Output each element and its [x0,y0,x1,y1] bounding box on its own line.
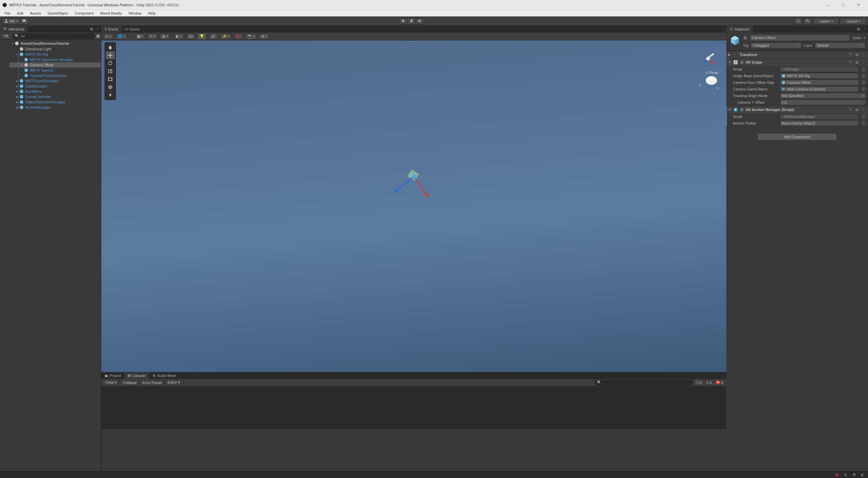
account-dropdown[interactable]: MK [2,18,20,25]
xr-origin-enabled[interactable] [740,60,744,65]
status-bug-icon[interactable]: 🐞 [834,472,840,478]
scene-viewport[interactable]: z x ≡ Persp [101,40,726,372]
component-context-icon[interactable]: ⋮ [861,107,866,112]
scene-visibility-toggle[interactable]: 🚫 [234,33,243,40]
object-picker-icon[interactable] [861,67,866,71]
object-picker-icon[interactable] [861,80,866,85]
chevron-right-icon[interactable]: › [98,53,99,56]
hierarchy-item[interactable]: ▶Camera Offset› [9,62,101,67]
center-context-icon[interactable]: ⋮ [720,27,725,31]
hierarchy-context-icon[interactable]: ⋮ [95,27,100,31]
tab-game[interactable]: ▭ Game [122,26,143,32]
hierarchy-item[interactable]: ▶RootMenu› [9,89,101,94]
component-context-icon[interactable]: ⋮ [861,52,866,57]
error-count[interactable]: ⛔0 [714,380,725,385]
tab-inspector[interactable]: ⓘ Inspector [726,26,753,32]
undo-history-button[interactable] [794,18,803,25]
static-dropdown[interactable]: ▾ [863,36,865,40]
chevron-right-icon[interactable]: › [98,63,99,67]
hierarchy-item[interactable]: Directional Light [9,47,101,52]
hierarchy-item[interactable]: MRTK Speech [9,67,101,73]
gameobject-name-field[interactable] [749,34,850,41]
xr-origin-header[interactable]: ▼ # XR Origin ? ⇄ ⋮ [726,59,868,66]
ruler-button[interactable]: ▥ [160,33,170,40]
play-button[interactable] [399,18,407,25]
hierarchy-item[interactable]: ▶MRTKInputSimulator› [9,78,101,84]
cloud-button[interactable] [20,18,28,25]
object-picker-icon[interactable] [861,73,866,78]
tag-dropdown[interactable]: Untagged [751,42,802,48]
grid-snap-button[interactable]: ▦ [135,33,145,40]
menu-edit[interactable]: Edit [14,10,27,16]
perspective-indicator[interactable]: z x ≡ Persp [706,70,718,85]
disclosure-icon[interactable]: ▶ [20,64,24,67]
warn-count[interactable]: ⚠0 [704,380,714,385]
help-icon[interactable]: ? [847,107,853,112]
hierarchy-filter-icon[interactable]: ▦ [96,34,100,38]
hierarchy-item[interactable]: ▶DataManager› [9,84,101,89]
tab-hierarchy[interactable]: Hierarchy [0,26,28,32]
inspector-context-icon[interactable]: ⋮ [862,27,867,31]
status-progress-icon[interactable]: ◐ [860,472,865,478]
lighting-toggle[interactable]: 💡 [197,33,207,40]
bottom-context-icon[interactable]: ⋮ [720,373,725,378]
transform-tool[interactable] [105,83,115,91]
tool-handle-rotation[interactable]: ◎ [103,33,114,40]
status-cache-icon[interactable]: ⛃ [851,472,857,478]
chevron-right-icon[interactable]: › [98,85,99,88]
chevron-right-icon[interactable]: › [98,95,99,99]
console-editor[interactable]: Editor ▾ [165,380,183,385]
console-clear[interactable]: Clear ▾ [103,380,120,385]
scale-tool[interactable] [105,67,115,75]
tool-handle-position[interactable]: 🌐 [116,33,127,40]
scene-row[interactable]: ▼ AzureCloudServicesTutorial ⋮ [9,40,101,47]
hierarchy-item[interactable]: CanvasProxyInteractor [9,73,101,78]
layer-dropdown[interactable]: Default [815,42,865,48]
tracking-mode-dropdown[interactable]: Not Specified▾ [780,93,866,99]
viewport-handle[interactable] [409,40,419,42]
rect-tool[interactable] [105,75,115,83]
scene-context-icon[interactable]: ⋮ [96,42,99,46]
minimize-button[interactable]: — [820,0,836,10]
object-picker-icon[interactable] [861,121,866,125]
hierarchy-item[interactable]: ▶ObjectDetectionManager› [9,99,101,105]
info-count[interactable]: ⓘ0 [693,380,704,385]
camera-go-field[interactable]: Main Camera (Camera) [780,86,859,92]
chevron-right-icon[interactable]: › [98,79,99,83]
tab-console[interactable]: ▤ Console [124,372,149,379]
transform-header[interactable]: ▶ Transform ? ⇄ ⋮ [726,51,868,58]
menu-help[interactable]: Help [145,10,159,16]
y-offset-field[interactable]: 1.6 [780,99,866,105]
draw-mode-dropdown[interactable]: ◐ [174,33,184,40]
maximize-button[interactable]: ▢ [836,0,851,10]
help-icon[interactable]: ? [847,52,853,57]
tab-project[interactable]: 🖿 Project [101,372,124,379]
step-button[interactable] [415,18,424,25]
menu-assets[interactable]: Assets [27,10,44,16]
custom-tool-dropdown[interactable] [105,91,115,99]
status-autorefresh-icon[interactable]: ♻ [843,472,848,478]
ar-anchor-header[interactable]: ▼ AR Anchor Manager (Script) ? ⇄ ⋮ [726,106,868,113]
origin-base-field[interactable]: MRTK XR Rig [780,73,859,79]
camera-dropdown[interactable]: 📷 [245,33,257,40]
fx-toggle[interactable]: ✨ [220,33,232,40]
hierarchy-item[interactable]: ▼MRTK XR Rig› [9,52,101,57]
global-search-button[interactable] [803,18,812,25]
menu-window[interactable]: Window [125,10,145,16]
rotate-tool[interactable] [105,59,115,67]
create-dropdown[interactable]: +▾ [2,33,10,39]
move-tool[interactable] [105,51,115,59]
2d-toggle[interactable]: 2D [186,33,195,40]
close-button[interactable]: ✕ [851,0,866,10]
object-picker-icon[interactable] [861,87,866,91]
camera-floor-field[interactable]: Camera Offset [780,80,859,86]
snap-increment-button[interactable]: ⊓ [147,33,158,40]
hierarchy-search[interactable]: 🔍 All [12,33,95,39]
anchor-prefab-field[interactable]: None (Game Object) [780,120,859,126]
hierarchy-item[interactable]: ▶AnchorManager› [9,105,101,110]
inspector-lock-icon[interactable]: ⊟ [856,27,861,31]
preset-icon[interactable]: ⇄ [854,60,859,65]
add-component-button[interactable]: Add Component [757,133,837,141]
help-icon[interactable]: ? [847,60,853,65]
preset-icon[interactable]: ⇄ [854,107,859,112]
